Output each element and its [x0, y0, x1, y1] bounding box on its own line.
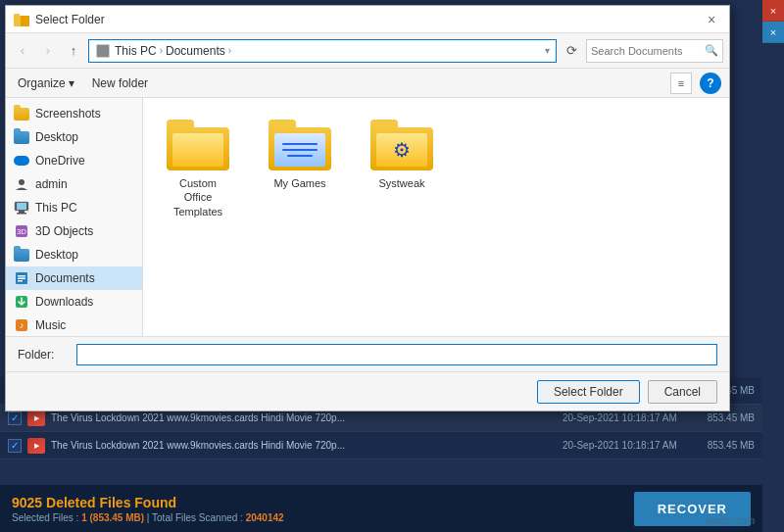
folder-blue-icon	[14, 129, 29, 145]
address-bar[interactable]: This PC › Documents › ▾	[88, 39, 557, 63]
total-value: 2040142	[246, 512, 284, 523]
svg-rect-9	[17, 213, 26, 215]
desktop2-icon	[14, 247, 29, 263]
file-size: 853.45 MB	[686, 440, 755, 451]
user-icon	[14, 176, 29, 192]
folder-content-area: Custom Office Templates My Games	[143, 98, 729, 336]
select-folder-dialog: Select Folder × ‹ › ↑ This PC › Document…	[5, 5, 730, 411]
sidebar-label-music: Music	[35, 318, 66, 332]
breadcrumb: This PC › Documents ›	[115, 44, 231, 58]
folder-label-text: Folder:	[18, 348, 67, 362]
sidebar-item-thispc[interactable]: This PC	[6, 196, 142, 219]
svg-rect-13	[18, 275, 25, 277]
svg-text:3D: 3D	[17, 227, 26, 236]
documents-icon	[14, 270, 29, 286]
crumb-thispc[interactable]: This PC	[115, 44, 157, 58]
crumb-documents[interactable]: Documents	[166, 44, 225, 58]
view-button[interactable]: ≡	[670, 73, 692, 94]
selected-value: 1 (853.45 MB)	[81, 512, 144, 523]
svg-text:♪: ♪	[20, 320, 24, 330]
sidebar-label-admin: admin	[35, 177, 68, 191]
watermark: wsxdn.com	[706, 515, 755, 526]
folder-input[interactable]	[76, 344, 717, 365]
search-icon: 🔍	[705, 44, 718, 57]
svg-rect-8	[19, 211, 24, 213]
search-input[interactable]	[591, 45, 701, 57]
file-name: The Virus Lockdown 2021 www.9kmovies.car…	[51, 412, 557, 423]
table-row[interactable]: ✓ ▶ The Virus Lockdown 2021 www.9kmovies…	[0, 432, 762, 459]
new-folder-button[interactable]: New folder	[86, 73, 154, 93]
sidebar-item-screenshots[interactable]: Screenshots	[6, 102, 142, 125]
address-toolbar: ‹ › ↑ This PC › Documents › ▾ ⟳ 🔍	[6, 33, 729, 69]
refresh-button[interactable]: ⟳	[561, 40, 582, 62]
sidebar-item-desktop2[interactable]: Desktop	[6, 243, 142, 266]
cancel-button[interactable]: Cancel	[648, 380, 717, 404]
organize-button[interactable]: Organize ▾	[14, 73, 78, 93]
sidebar-item-desktop[interactable]: Desktop	[6, 125, 142, 149]
folder-icon-systweak: ⚙	[370, 120, 433, 170]
file-date: 20-Sep-2021 10:18:17 AM	[563, 412, 680, 423]
sidebar-item-documents[interactable]: Documents	[6, 266, 142, 290]
computer-icon	[14, 200, 29, 216]
sidebar: Screenshots Desktop OneDrive	[6, 98, 143, 336]
svg-rect-15	[18, 280, 23, 282]
edge-close-button-2[interactable]: ×	[762, 22, 784, 43]
sidebar-item-3dobjects[interactable]: 3D 3D Objects	[6, 219, 142, 243]
search-box[interactable]: 🔍	[586, 39, 723, 63]
sidebar-label-documents: Documents	[35, 271, 95, 285]
select-folder-button[interactable]: Select Folder	[537, 380, 640, 404]
sidebar-label-desktop2: Desktop	[35, 248, 78, 262]
folder-item-my-games[interactable]: My Games	[261, 114, 339, 196]
file-type-icon: ▶	[27, 438, 45, 454]
sidebar-label-3dobjects: 3D Objects	[35, 224, 93, 238]
file-date: 20-Sep-2021 10:18:17 AM	[563, 440, 680, 451]
svg-rect-14	[18, 278, 25, 280]
svg-rect-4	[97, 45, 109, 57]
dialog-close-button[interactable]: ×	[702, 10, 721, 29]
folder-input-row: Folder:	[6, 336, 729, 371]
dialog-titlebar: Select Folder ×	[6, 6, 729, 33]
file-type-icon: ▶	[27, 411, 45, 426]
file-name: The Virus Lockdown 2021 www.9kmovies.car…	[51, 440, 557, 451]
svg-rect-7	[17, 203, 26, 210]
dialog-title-icon	[14, 12, 29, 27]
onedrive-icon	[14, 153, 29, 169]
edge-close-button[interactable]: ×	[762, 0, 784, 22]
organize-chevron-icon: ▾	[69, 76, 74, 90]
svg-point-5	[19, 179, 24, 185]
address-bar-icon	[95, 43, 111, 59]
sidebar-label-screenshots: Screenshots	[35, 107, 101, 121]
folder-label-custom-office: Custom Office Templates	[165, 176, 231, 218]
sidebar-label-downloads: Downloads	[35, 295, 93, 309]
sidebar-item-onedrive[interactable]: OneDrive	[6, 149, 142, 172]
dialog-body: Screenshots Desktop OneDrive	[6, 98, 729, 336]
forward-button[interactable]: ›	[37, 40, 59, 62]
back-button[interactable]: ‹	[12, 40, 33, 62]
row-checkbox[interactable]: ✓	[8, 439, 22, 453]
sidebar-label-thispc: This PC	[35, 201, 77, 215]
folder-icon-my-games	[269, 120, 331, 170]
dialog-actions: Select Folder Cancel	[6, 371, 729, 411]
sidebar-item-admin[interactable]: admin	[6, 172, 142, 196]
folder-item-custom-office[interactable]: Custom Office Templates	[159, 114, 237, 224]
music-icon: ♪	[14, 317, 29, 333]
folder-label-my-games: My Games	[273, 176, 325, 190]
3dobjects-icon: 3D	[14, 223, 29, 239]
address-chevron-icon[interactable]: ▾	[545, 45, 550, 56]
sidebar-label-desktop: Desktop	[35, 130, 78, 144]
edge-button-group: × ×	[762, 0, 784, 43]
help-button[interactable]: ?	[700, 73, 721, 94]
status-bar: 9025 Deleted Files Found Selected Files …	[0, 485, 762, 532]
folder-item-systweak[interactable]: ⚙ Systweak	[363, 114, 441, 196]
sidebar-item-downloads[interactable]: Downloads	[6, 290, 142, 314]
downloads-icon	[14, 294, 29, 310]
organize-toolbar: Organize ▾ New folder ≡ ?	[6, 69, 729, 98]
row-checkbox[interactable]: ✓	[8, 411, 22, 425]
sidebar-item-music[interactable]: ♪ Music	[6, 314, 142, 336]
sidebar-label-onedrive: OneDrive	[35, 154, 85, 168]
selected-prefix: Selected Files :	[12, 512, 81, 523]
new-folder-label: New folder	[92, 76, 148, 90]
deleted-count-label: Deleted Files Found	[46, 495, 176, 510]
up-button[interactable]: ↑	[63, 40, 84, 62]
folder-yellow-icon	[14, 106, 29, 121]
